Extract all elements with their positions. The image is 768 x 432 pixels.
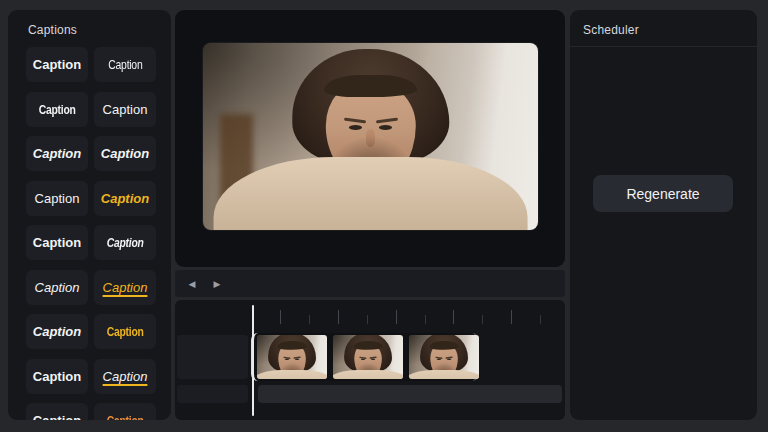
video-preview[interactable] (203, 43, 538, 230)
caption-style-label: Caption (106, 235, 143, 250)
scheduler-divider (570, 46, 757, 47)
captions-panel: Captions Caption Caption Caption Caption… (8, 10, 171, 420)
caption-style-label: Caption (35, 191, 80, 206)
clip-thumbnail (257, 335, 327, 379)
playhead[interactable] (252, 305, 254, 416)
audio-clip-bar[interactable] (258, 385, 562, 403)
caption-style-label: Caption (101, 146, 149, 161)
caption-style-button[interactable]: Caption (26, 314, 88, 349)
person (203, 43, 538, 230)
timeline-panel (175, 300, 565, 420)
editor-center-column: ◀ ▶ (175, 10, 565, 420)
caption-style-button[interactable]: Caption (26, 270, 88, 305)
regenerate-button[interactable]: Regenerate (593, 175, 733, 212)
caption-style-button[interactable]: Caption (94, 359, 156, 394)
transport-bar: ◀ ▶ (175, 270, 565, 297)
caption-style-label: Caption (106, 413, 143, 420)
caption-style-button[interactable]: Caption (26, 403, 88, 420)
next-frame-button[interactable]: ▶ (206, 273, 228, 294)
caption-style-button[interactable]: Caption (26, 181, 88, 216)
audio-track-header (177, 385, 248, 403)
caption-style-label: Caption (33, 235, 81, 250)
captions-panel-title: Captions (8, 10, 77, 37)
prev-arrow-icon: ◀ (189, 279, 196, 289)
video-editor-app: Captions Caption Caption Caption Caption… (0, 0, 768, 432)
previous-frame-button[interactable]: ◀ (181, 273, 203, 294)
video-frame-man (203, 43, 538, 230)
caption-style-button[interactable]: Caption (94, 136, 156, 171)
caption-style-button[interactable]: Caption (26, 92, 88, 127)
caption-style-button[interactable]: Caption (26, 47, 88, 82)
caption-style-button[interactable]: Caption (94, 403, 156, 420)
caption-style-label: Caption (33, 369, 81, 384)
caption-style-label: Caption (35, 280, 80, 295)
caption-style-label: Caption (33, 413, 81, 420)
caption-style-label: Caption (103, 280, 148, 295)
caption-style-label: Caption (103, 369, 148, 384)
caption-style-label: Caption (38, 102, 75, 117)
caption-style-label: Caption (33, 324, 81, 339)
caption-style-button[interactable]: Caption (94, 181, 156, 216)
scheduler-panel-title: Scheduler (570, 10, 639, 37)
caption-style-grid: Caption Caption Caption Caption Caption … (26, 47, 156, 420)
caption-style-button[interactable]: Caption (26, 225, 88, 260)
caption-style-label: Caption (106, 324, 143, 339)
video-clip[interactable] (251, 333, 479, 381)
caption-style-button[interactable]: Caption (94, 314, 156, 349)
caption-style-button[interactable]: Caption (94, 270, 156, 305)
caption-style-button[interactable]: Caption (26, 136, 88, 171)
caption-style-button[interactable]: Caption (94, 47, 156, 82)
caption-style-label: Caption (103, 102, 148, 117)
clip-thumbnail (409, 335, 479, 379)
caption-style-label: Caption (108, 57, 142, 72)
scheduler-panel: Scheduler Regenerate (570, 10, 757, 420)
clip-thumbnail (333, 335, 403, 379)
caption-style-label: Caption (101, 191, 149, 206)
caption-style-label: Caption (33, 146, 81, 161)
video-preview-panel (175, 10, 565, 267)
caption-style-button[interactable]: Caption (94, 92, 156, 127)
video-track-header (177, 335, 248, 379)
caption-style-button[interactable]: Caption (26, 359, 88, 394)
caption-style-label: Caption (33, 57, 81, 72)
caption-style-button[interactable]: Caption (94, 225, 156, 260)
next-arrow-icon: ▶ (214, 279, 221, 289)
